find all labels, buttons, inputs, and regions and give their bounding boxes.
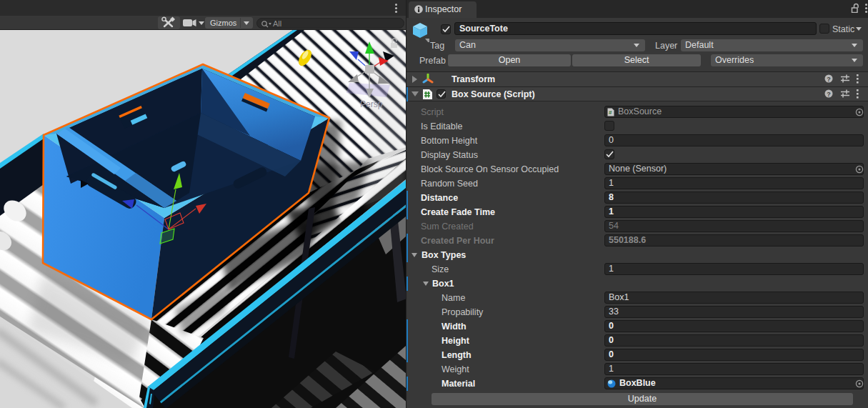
svg-text:Persp: Persp [360,99,383,109]
svg-text:?: ? [827,76,831,83]
svg-text:#: # [609,109,612,116]
